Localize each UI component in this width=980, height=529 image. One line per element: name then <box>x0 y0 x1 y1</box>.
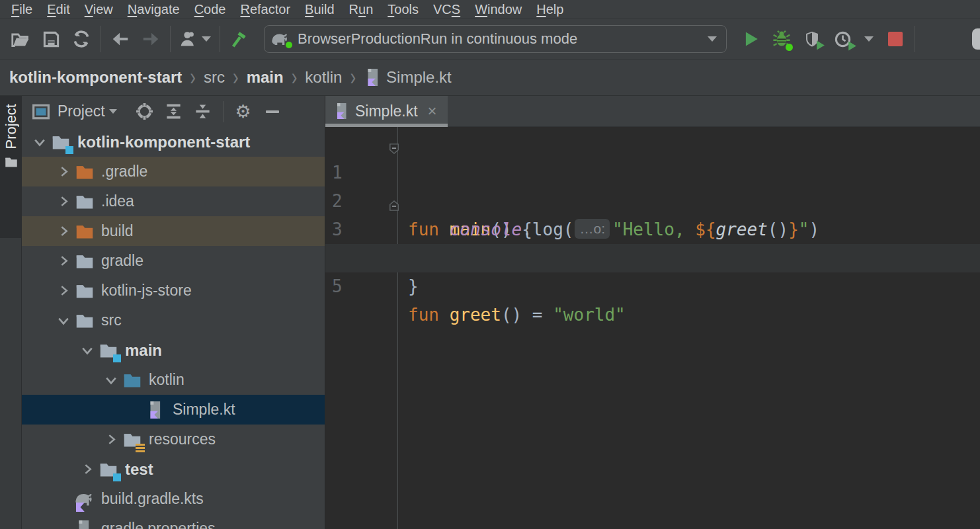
gradle-kts-file-icon <box>75 489 96 509</box>
menu-edit[interactable]: Edit <box>40 0 77 19</box>
stop-button[interactable] <box>880 24 911 54</box>
resources-folder-icon <box>122 430 143 450</box>
tree-item-label: .gradle <box>101 163 147 181</box>
chevron-down-icon[interactable] <box>109 109 117 114</box>
code-editor[interactable]: 1 fun main() { 2 console.log(…o:"Hello, … <box>325 127 980 529</box>
toolbar-separator <box>223 101 224 122</box>
back-button[interactable] <box>105 24 136 54</box>
chevron-right-icon[interactable] <box>100 428 122 451</box>
menu-navigate[interactable]: Navigate <box>120 0 187 19</box>
sync-button[interactable] <box>66 24 97 54</box>
chevron-down-icon <box>202 36 211 42</box>
menu-run[interactable]: Run <box>342 0 381 19</box>
search-everywhere-icon[interactable] <box>972 28 980 50</box>
hide-panel-button[interactable] <box>259 99 286 124</box>
line-number: 5 <box>332 272 343 301</box>
breadcrumb-kotlin[interactable]: kotlin <box>305 68 342 87</box>
chevron-right-icon[interactable] <box>52 280 75 302</box>
chevron-down-icon <box>864 36 874 42</box>
tree-item-label: src <box>101 311 122 329</box>
tree-item-dot-gradle[interactable]: .gradle <box>22 157 325 186</box>
profiler-button[interactable] <box>827 24 858 54</box>
chevron-right-icon[interactable] <box>52 161 75 183</box>
tree-item-kotlin-js-store[interactable]: kotlin-js-store <box>22 276 325 305</box>
folder-icon <box>51 132 72 152</box>
toolbar-separator <box>170 26 171 52</box>
editor-area: Simple.kt × 1 fun main() { 2 console.log… <box>325 96 980 529</box>
tree-item-label: gradle <box>101 252 143 270</box>
settings-button[interactable]: ⚙ <box>230 99 257 124</box>
tree-item-project-root[interactable]: kotlin-komponent-start <box>22 127 325 157</box>
collapse-all-button[interactable] <box>190 99 216 124</box>
menu-file[interactable]: File <box>4 0 40 19</box>
menu-code[interactable]: Code <box>187 0 233 19</box>
tree-item-kotlin-folder[interactable]: kotlin <box>22 365 325 395</box>
chevron-down-icon[interactable] <box>100 369 122 391</box>
toolbar-separator <box>220 26 220 52</box>
expand-all-button[interactable] <box>161 99 187 124</box>
stripe-label: Project <box>3 104 20 149</box>
folder-icon <box>75 162 96 182</box>
breadcrumb-file[interactable]: Simple.kt <box>364 67 452 87</box>
chevron-right-icon[interactable] <box>52 220 75 243</box>
tree-item-simple-kt[interactable]: Simple.kt <box>22 395 325 425</box>
menu-vcs[interactable]: VCS <box>426 0 468 19</box>
menu-tools[interactable]: Tools <box>380 0 426 19</box>
tree-item-label: kotlin-komponent-start <box>77 133 250 151</box>
tree-item-resources[interactable]: resources <box>22 425 325 454</box>
panel-title[interactable]: Project <box>58 102 105 120</box>
run-button[interactable] <box>736 24 766 54</box>
menu-window[interactable]: Window <box>468 0 529 19</box>
open-button[interactable] <box>5 24 36 54</box>
run-with-coverage-button[interactable] <box>797 24 827 54</box>
close-icon[interactable]: × <box>428 102 437 120</box>
tree-item-label: gradle.properties <box>101 520 216 529</box>
tree-item-gradle[interactable]: gradle <box>22 246 325 276</box>
run-configuration-combo[interactable]: BrowserProductionRun in continuous mode <box>264 25 727 53</box>
chevron-right-icon[interactable] <box>76 458 99 481</box>
chevron-down-icon[interactable] <box>28 131 51 153</box>
chevron-down-icon[interactable] <box>76 339 99 362</box>
build-hammer-button[interactable] <box>224 24 255 54</box>
debug-button[interactable] <box>766 24 797 54</box>
tree-item-main[interactable]: main <box>22 335 325 365</box>
tree-item-test[interactable]: test <box>22 454 325 484</box>
tab-simple-kt[interactable]: Simple.kt × <box>325 96 448 126</box>
tree-item-build-gradle-kts[interactable]: build.gradle.kts <box>22 484 325 514</box>
breadcrumb-main[interactable]: main <box>247 68 284 87</box>
source-root-folder-icon <box>122 370 143 390</box>
breadcrumb: kotlin-komponent-start › src › main › ko… <box>0 60 980 96</box>
breadcrumb-src[interactable]: src <box>204 68 225 87</box>
tree-item-src[interactable]: src <box>22 305 325 335</box>
menu-help[interactable]: Help <box>529 0 571 19</box>
chevron-right-icon[interactable] <box>52 250 75 272</box>
chevron-right-icon[interactable] <box>52 190 75 213</box>
breadcrumb-project[interactable]: kotlin-komponent-start <box>9 68 182 87</box>
select-opened-file-button[interactable] <box>132 99 158 124</box>
properties-file-icon <box>75 519 96 529</box>
chevron-down-icon[interactable] <box>52 309 75 332</box>
code-line: 1 fun main() { <box>325 130 980 159</box>
project-panel-header: Project ⚙ <box>22 96 325 127</box>
forward-button[interactable] <box>136 24 166 54</box>
menu-build[interactable]: Build <box>298 0 341 19</box>
project-stripe-button[interactable]: Project <box>0 96 22 238</box>
profiler-dropdown[interactable] <box>858 24 880 54</box>
code-with-me-button[interactable] <box>175 24 216 54</box>
tree-item-label: kotlin <box>149 371 184 389</box>
project-tree: kotlin-komponent-start .gradle .idea bui… <box>22 127 325 529</box>
tree-item-gradle-properties[interactable]: gradle.properties <box>22 514 325 529</box>
tree-item-label: build.gradle.kts <box>101 490 204 508</box>
save-all-button[interactable] <box>36 24 66 54</box>
resources-badge <box>136 444 145 453</box>
tree-item-build[interactable]: build <box>22 216 325 246</box>
menu-refactor[interactable]: Refactor <box>233 0 298 19</box>
folder-icon <box>75 311 96 331</box>
kotlin-file-icon <box>364 67 381 87</box>
tree-item-dot-idea[interactable]: .idea <box>22 186 325 216</box>
folder-icon <box>99 341 120 360</box>
tree-item-label: build <box>101 222 134 240</box>
menu-view[interactable]: View <box>77 0 120 19</box>
source-set-badge <box>113 473 121 481</box>
source-set-badge <box>113 354 121 362</box>
